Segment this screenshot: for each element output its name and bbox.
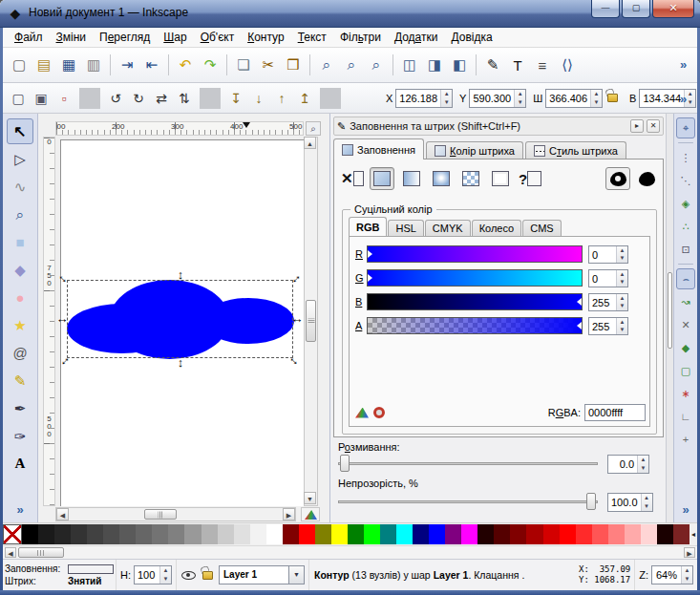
menu-item[interactable]: Контур — [241, 29, 290, 46]
field-spinbox[interactable]: 134.344▲▼ — [639, 89, 696, 108]
select-all[interactable]: ▢ — [8, 88, 29, 109]
duplicate[interactable]: ◫ — [398, 53, 421, 76]
palette-swatch[interactable] — [348, 524, 364, 544]
flip-horizontal[interactable]: ⇄ — [151, 88, 172, 109]
snapbar-overflow-button[interactable]: » — [674, 502, 697, 517]
dialog-tab[interactable]: Колір штриха — [426, 141, 523, 159]
toolbar-button[interactable] — [392, 54, 393, 75]
raise[interactable]: ↑ — [271, 88, 292, 109]
palette-swatch[interactable] — [87, 524, 103, 544]
channel-slider[interactable] — [367, 245, 583, 263]
opacity-slider-thumb[interactable] — [586, 493, 596, 510]
tool-option-button[interactable] — [79, 88, 100, 109]
palette-swatch[interactable] — [380, 524, 396, 544]
scroll-right-icon[interactable]: ▶ — [283, 508, 295, 521]
palette-swatch[interactable] — [103, 524, 119, 544]
palette-swatch[interactable] — [364, 524, 380, 544]
fill-color-swatch[interactable] — [68, 564, 114, 574]
palette-swatch[interactable] — [396, 524, 413, 544]
zoom-drawing[interactable]: ⌕ — [340, 53, 363, 76]
rgba-input[interactable]: 0000ffff — [584, 404, 646, 421]
copy[interactable]: ❏ — [232, 53, 255, 76]
palette-swatch[interactable] — [608, 524, 625, 544]
zoom-spinbox[interactable]: 64%▲▼ — [651, 565, 693, 584]
channel-spinbox[interactable]: 255▲▼ — [588, 293, 628, 311]
dialog-tab[interactable]: Стиль штриха — [525, 141, 626, 159]
palette-swatch[interactable] — [54, 524, 71, 544]
menu-item[interactable]: Файл — [8, 29, 50, 46]
swatch[interactable] — [488, 167, 513, 190]
out-of-gamut-icon[interactable] — [373, 407, 385, 418]
palette-swatch[interactable] — [136, 524, 152, 544]
canvas-viewport[interactable]: ↔ ↕ ↔ ↔ ↔ ↔ ↕ ↔ — [55, 137, 304, 506]
palette-scroll-left-icon[interactable]: ◀ — [5, 547, 16, 558]
flat-color[interactable] — [370, 167, 394, 190]
fill-rule-evenodd[interactable] — [605, 167, 630, 190]
palette-swatch[interactable] — [445, 524, 461, 544]
pencil-tool[interactable]: ✎ — [7, 368, 33, 393]
menu-item[interactable]: Шар — [157, 29, 193, 46]
field-spinbox[interactable]: 366.406▲▼ — [545, 89, 603, 108]
snap-button[interactable] — [678, 264, 693, 265]
raise-to-top[interactable]: ↥ — [294, 88, 315, 109]
unlink-clone[interactable]: ◧ — [448, 53, 471, 76]
toolbar-overflow-button[interactable]: » — [680, 57, 687, 72]
palette-swatch[interactable] — [429, 524, 445, 544]
palette-swatch[interactable] — [641, 524, 657, 544]
dialog-tab[interactable]: Заповнення — [333, 138, 424, 159]
text-tool[interactable]: A — [7, 451, 33, 477]
vertical-scrollbar-thumb[interactable] — [306, 300, 316, 342]
ellipse-tool[interactable]: ● — [7, 285, 33, 310]
fill-stroke-dialog[interactable]: ✎ — [481, 53, 504, 76]
palette-swatch[interactable] — [38, 524, 54, 544]
palette-swatch[interactable] — [477, 524, 494, 544]
close-button[interactable]: ✕ — [652, 0, 694, 18]
save-document[interactable]: ▦ — [57, 53, 80, 76]
menu-item[interactable]: Об'єкт — [194, 29, 242, 46]
linear-gradient[interactable] — [399, 167, 424, 190]
field-spinbox[interactable]: 126.188▲▼ — [395, 89, 453, 108]
toolbar-button[interactable] — [309, 54, 310, 75]
export[interactable]: ⇤ — [140, 53, 163, 76]
zoom-1-1-button[interactable]: ⌕ — [306, 121, 321, 136]
palette-swatch[interactable] — [266, 524, 283, 544]
snap-nodes[interactable]: ⌢ — [676, 268, 695, 289]
blur-slider-thumb[interactable] — [340, 455, 350, 472]
palette-swatch[interactable] — [152, 524, 168, 544]
dock-expand-button[interactable]: ▸ — [630, 119, 644, 133]
palette-swatch[interactable] — [625, 524, 641, 544]
text-dialog[interactable]: T — [506, 53, 529, 76]
zoom-page[interactable]: ⌕ — [365, 53, 388, 76]
snap-bbox-corners[interactable]: ◈ — [676, 193, 695, 214]
palette-swatch[interactable] — [461, 524, 477, 544]
palette-swatch[interactable] — [299, 524, 315, 544]
dock-scrollbar[interactable] — [666, 114, 673, 522]
palette-swatch[interactable] — [331, 524, 348, 544]
color-mode-tab[interactable]: Колесо — [472, 220, 522, 236]
toolbar-button[interactable] — [168, 54, 169, 75]
color-mode-tab[interactable]: HSL — [388, 220, 423, 236]
lock-ratio-icon[interactable] — [607, 94, 618, 102]
layer-lock-icon[interactable] — [202, 571, 213, 580]
channel-slider[interactable] — [367, 269, 583, 287]
tool-option-button[interactable] — [320, 88, 341, 109]
lower-to-bottom[interactable]: ↧ — [225, 88, 246, 109]
channel-spinbox[interactable]: 0▲▼ — [588, 245, 628, 264]
minimize-button[interactable]: — — [591, 0, 620, 18]
palette-swatch[interactable] — [592, 524, 608, 544]
snap-object-centers[interactable]: ∟ — [676, 406, 695, 427]
color-managed-display-button[interactable] — [301, 507, 320, 521]
node-tool[interactable]: ▷ — [7, 146, 33, 172]
fill-stroke-indicator[interactable]: Заповнення: Штрих:Знятий — [3, 560, 117, 590]
blur-slider[interactable] — [338, 455, 598, 472]
radial-gradient[interactable] — [429, 167, 454, 190]
palette-swatch[interactable] — [494, 524, 510, 544]
palette-swatch[interactable] — [576, 524, 592, 544]
palette-swatch[interactable] — [657, 524, 673, 544]
lower[interactable]: ↓ — [248, 88, 269, 109]
layers-dialog[interactable]: ≡ — [531, 53, 554, 76]
flip-vertical[interactable]: ⇅ — [174, 88, 195, 109]
palette-swatch[interactable] — [283, 524, 299, 544]
rotate-ccw[interactable]: ↺ — [105, 88, 126, 109]
cut[interactable]: ✂ — [257, 53, 280, 76]
